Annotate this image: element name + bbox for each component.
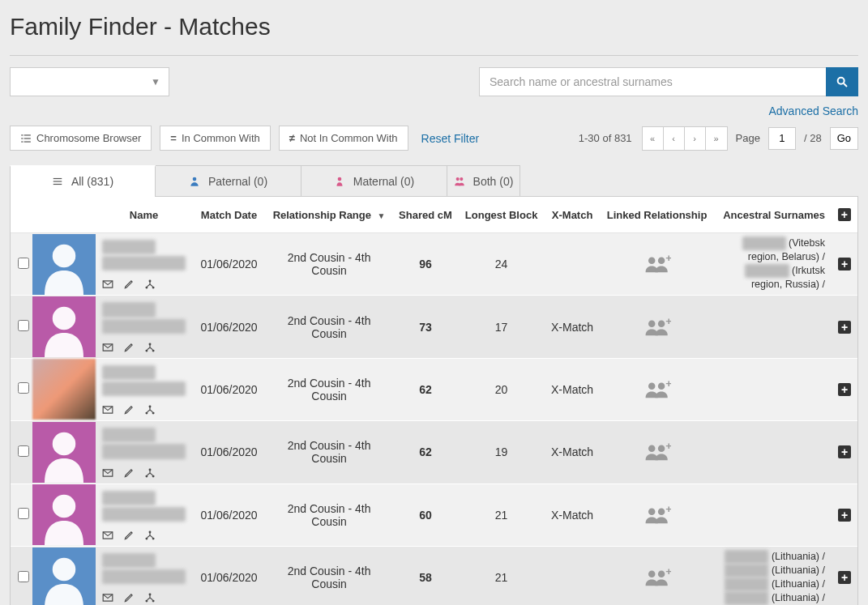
link-relationship-icon[interactable]: + bbox=[644, 380, 671, 399]
tree-icon[interactable] bbox=[144, 467, 156, 479]
male-icon bbox=[189, 176, 200, 187]
expand-row-button[interactable]: + bbox=[838, 383, 851, 396]
notes-icon[interactable] bbox=[123, 279, 135, 290]
expand-row-button[interactable]: + bbox=[838, 445, 851, 458]
expand-row-button[interactable]: + bbox=[838, 509, 851, 522]
email-icon[interactable] bbox=[102, 467, 113, 479]
x-match-cell: X-Match bbox=[544, 358, 600, 420]
match-name[interactable]: XXXXXXX bbox=[102, 365, 155, 380]
kit-selector-dropdown[interactable]: ▼ bbox=[10, 67, 169, 96]
expand-row-button[interactable]: + bbox=[838, 258, 851, 271]
search-input[interactable] bbox=[479, 67, 826, 96]
svg-point-14 bbox=[460, 177, 463, 181]
row-checkbox[interactable] bbox=[18, 258, 29, 269]
chevron-double-left-icon: « bbox=[650, 134, 655, 143]
table-row: XXXXXXX XXXXXXXXXXX 01/06/2020 2nd Cousi… bbox=[11, 421, 857, 484]
notes-icon[interactable] bbox=[123, 342, 135, 353]
svg-point-27 bbox=[657, 320, 665, 327]
avatar[interactable] bbox=[32, 296, 96, 357]
match-name[interactable]: XXXXXXX bbox=[102, 302, 155, 317]
relationship-cell: 2nd Cousin - 4th Cousin bbox=[266, 546, 392, 605]
row-checkbox[interactable] bbox=[18, 320, 29, 331]
column-match-date[interactable]: Match Date bbox=[192, 197, 266, 233]
svg-point-49 bbox=[53, 557, 76, 581]
column-avatar bbox=[32, 197, 96, 233]
avatar[interactable] bbox=[32, 484, 96, 545]
svg-line-1 bbox=[844, 83, 847, 87]
column-ancestral-surnames[interactable]: Ancestral Surnames bbox=[713, 197, 832, 233]
notes-icon[interactable] bbox=[123, 592, 135, 603]
advanced-search-link[interactable]: Advanced Search bbox=[479, 104, 858, 117]
link-relationship-icon[interactable]: + bbox=[644, 317, 671, 337]
svg-point-26 bbox=[648, 320, 656, 327]
match-name[interactable]: XXXXXXX bbox=[102, 553, 155, 568]
email-icon[interactable] bbox=[102, 592, 113, 603]
email-icon[interactable] bbox=[102, 530, 113, 541]
reset-filter-link[interactable]: Reset Filter bbox=[421, 132, 480, 145]
pager-prev-button[interactable]: ‹ bbox=[664, 127, 685, 150]
column-longest-block[interactable]: Longest Block bbox=[459, 197, 545, 233]
email-icon[interactable] bbox=[102, 404, 113, 415]
tab-paternal[interactable]: Paternal (0) bbox=[156, 165, 301, 196]
shared-cm-cell: 96 bbox=[392, 233, 459, 296]
tab-all[interactable]: All (831) bbox=[10, 165, 156, 196]
pager-last-button[interactable]: » bbox=[706, 127, 727, 150]
row-checkbox[interactable] bbox=[18, 382, 29, 394]
row-checkbox[interactable] bbox=[18, 508, 29, 519]
table-row: XXXXXXX XXXXXXXXXXX 01/06/2020 2nd Cousi… bbox=[11, 296, 857, 358]
row-checkbox[interactable] bbox=[18, 571, 29, 582]
longest-block-cell: 24 bbox=[459, 233, 545, 296]
column-shared-cm[interactable]: Shared cM bbox=[392, 197, 459, 233]
avatar[interactable] bbox=[32, 547, 96, 605]
tree-icon[interactable] bbox=[144, 342, 156, 353]
pager-next-button[interactable]: › bbox=[685, 127, 706, 150]
expand-all-button[interactable]: + bbox=[838, 208, 851, 221]
relationship-cell: 2nd Cousin - 4th Cousin bbox=[266, 233, 392, 296]
pager-range: 1-30 of 831 bbox=[579, 132, 632, 144]
column-linked-relationship[interactable]: Linked Relationship bbox=[601, 197, 714, 233]
matches-table: Name Match Date Relationship Range ▼ Sha… bbox=[11, 197, 857, 605]
tree-icon[interactable] bbox=[144, 592, 156, 603]
column-relationship-range[interactable]: Relationship Range ▼ bbox=[266, 197, 392, 233]
pager-go-button[interactable]: Go bbox=[830, 127, 858, 150]
caret-down-icon: ▼ bbox=[151, 76, 160, 87]
tree-icon[interactable] bbox=[144, 404, 156, 415]
shared-cm-cell: 62 bbox=[392, 358, 459, 420]
in-common-with-button[interactable]: = In Common With bbox=[160, 126, 270, 151]
avatar[interactable] bbox=[32, 234, 96, 295]
email-icon[interactable] bbox=[102, 342, 113, 353]
svg-point-22 bbox=[53, 307, 76, 330]
svg-rect-5 bbox=[24, 134, 31, 135]
avatar[interactable] bbox=[32, 359, 96, 420]
avatar[interactable] bbox=[32, 422, 96, 483]
tab-maternal[interactable]: Maternal (0) bbox=[301, 165, 447, 196]
chromosome-browser-button[interactable]: Chromosome Browser bbox=[10, 126, 152, 151]
link-relationship-icon[interactable]: + bbox=[644, 505, 671, 525]
link-relationship-icon[interactable]: + bbox=[644, 442, 671, 462]
column-name[interactable]: Name bbox=[96, 197, 192, 233]
match-name[interactable]: XXXXXXX bbox=[102, 491, 155, 505]
row-checkbox[interactable] bbox=[18, 445, 29, 457]
match-name[interactable]: XXXXXXX bbox=[102, 240, 155, 254]
column-x-match[interactable]: X-Match bbox=[544, 197, 600, 233]
match-name[interactable]: XXXXXXX bbox=[102, 428, 155, 442]
tab-both[interactable]: Both (0) bbox=[447, 165, 520, 196]
email-icon[interactable] bbox=[102, 279, 113, 290]
in-common-with-label: In Common With bbox=[182, 132, 260, 144]
search-button[interactable] bbox=[826, 67, 858, 96]
pager-first-button[interactable]: « bbox=[643, 127, 664, 150]
svg-text:+: + bbox=[665, 505, 671, 515]
expand-row-button[interactable]: + bbox=[838, 571, 851, 584]
tab-maternal-label: Maternal (0) bbox=[353, 175, 414, 188]
tree-icon[interactable] bbox=[144, 279, 156, 290]
link-relationship-icon[interactable]: + bbox=[644, 568, 671, 587]
page-number-input[interactable] bbox=[768, 127, 796, 150]
not-in-common-with-button[interactable]: ≠ Not In Common With bbox=[279, 126, 408, 151]
match-name-line2: XXXXXXXXXXX bbox=[102, 381, 186, 396]
notes-icon[interactable] bbox=[123, 404, 135, 415]
tree-icon[interactable] bbox=[144, 530, 156, 541]
notes-icon[interactable] bbox=[123, 530, 135, 541]
expand-row-button[interactable]: + bbox=[838, 321, 851, 334]
link-relationship-icon[interactable]: + bbox=[644, 254, 671, 274]
notes-icon[interactable] bbox=[123, 467, 135, 479]
